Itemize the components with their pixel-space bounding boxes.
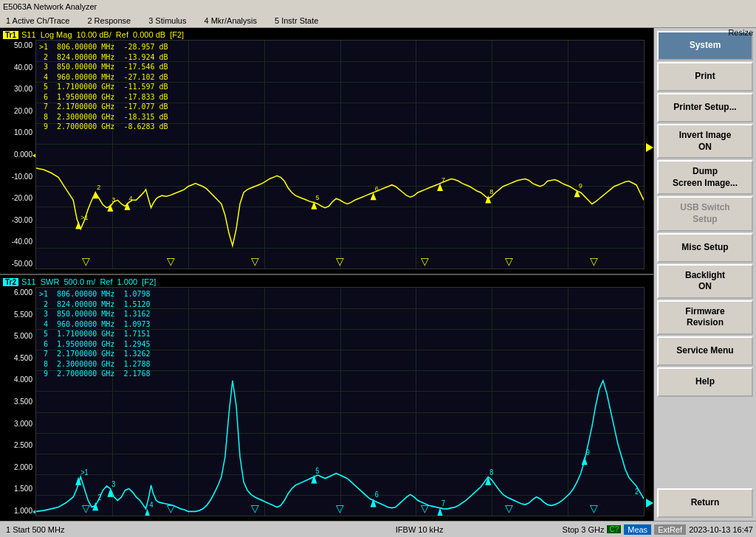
print-button[interactable]: Print — [657, 62, 753, 91]
top-y-axis: 50.00 40.00 30.00 20.00 10.00 0.000 -10.… — [0, 40, 35, 269]
extref-badge: ExtRef — [654, 524, 686, 535]
bottom-y-axis: 6.000 5.500 5.000 4.500 4.000 3.500 3.00… — [0, 287, 35, 516]
invert-image-button[interactable]: Invert ImageON — [657, 124, 753, 159]
svg-text:2: 2 — [635, 488, 639, 496]
svg-text:>1: >1 — [80, 468, 88, 477]
title-bar: E5063A Network Analyzer — [0, 0, 756, 13]
top-ref-arrow — [646, 143, 653, 152]
dump-screen-button[interactable]: DumpScreen Image... — [657, 160, 753, 195]
usb-switch-button[interactable]: USB SwitchSetup — [657, 196, 753, 231]
top-marker-info: >1 806.00000 MHz -28.957 dB 2 824.00000 … — [39, 42, 168, 132]
service-menu-button[interactable]: Service Menu — [657, 336, 753, 366]
bottom-bottom-markers: ▽ ▽ ▽ ▽ ▽ ▽ ▽ — [36, 502, 644, 514]
firmware-revision-button[interactable]: FirmwareRevision — [657, 300, 753, 335]
svg-text:8: 8 — [489, 468, 493, 477]
status-mid: IFBW 10 kHz — [280, 525, 560, 534]
svg-text:2: 2 — [97, 184, 100, 191]
tr1-label: Tr1 — [3, 31, 18, 39]
printer-setup-button[interactable]: Printer Setup... — [657, 93, 753, 122]
svg-text:9: 9 — [579, 182, 583, 190]
svg-text:3: 3 — [111, 196, 115, 204]
top-chart-header: S11 Log Mag 10.00 dB/ Ref 0.000 dB [F2] — [21, 30, 184, 39]
svg-text:5: 5 — [315, 194, 319, 201]
svg-text:6: 6 — [375, 185, 379, 193]
status-right: Stop 3 GHz C? Meas ExtRef 2023-10-13 16:… — [560, 524, 756, 535]
svg-text:5: 5 — [315, 466, 319, 475]
svg-text:4: 4 — [128, 195, 132, 202]
svg-marker-0 — [92, 191, 98, 198]
top-bottom-markers: ▽ ▽ ▽ ▽ ▽ ▽ ▽ — [36, 255, 644, 267]
top-y-right — [645, 40, 653, 269]
chart-area: Tr1 S11 Log Mag 10.00 dB/ Ref 0.000 dB [… — [0, 28, 654, 521]
datetime-display: 2023-10-13 16:47 — [689, 525, 753, 534]
mk1-label-top: >1 — [80, 214, 88, 221]
top-chart-header-row: Tr1 S11 Log Mag 10.00 dB/ Ref 0.000 dB [… — [0, 30, 653, 40]
status-bar: 1 Start 500 MHz IFBW 10 kHz Stop 3 GHz C… — [0, 521, 756, 537]
meas-badge: Meas — [624, 524, 651, 535]
svg-text:6: 6 — [375, 490, 379, 499]
bottom-ref-arrow — [646, 499, 653, 507]
menu-active-ch[interactable]: 1 Active Ch/Trace — [3, 15, 72, 27]
bottom-chart-header: S11 SWR 500.0 m/ Ref 1.000 [F2] — [21, 277, 156, 286]
menu-bar: 1 Active Ch/Trace 2 Response 3 Stimulus … — [0, 13, 756, 28]
resize-button[interactable]: Resize — [728, 28, 753, 37]
top-chart: Tr1 S11 Log Mag 10.00 dB/ Ref 0.000 dB [… — [0, 28, 653, 275]
right-panel: System Print Printer Setup... Invert Ima… — [654, 28, 756, 521]
svg-text:2: 2 — [97, 493, 101, 502]
bottom-chart-body: 6.000 5.500 5.000 4.500 4.000 3.500 3.00… — [0, 287, 653, 516]
menu-response[interactable]: 2 Response — [84, 15, 134, 27]
menu-instr-state[interactable]: 5 Instr State — [272, 15, 321, 27]
menu-mkr[interactable]: 4 Mkr/Analysis — [201, 15, 260, 27]
bottom-marker-info: >1 806.00000 MHz 1.0798 2 824.00000 MHz … — [39, 289, 151, 379]
svg-text:7: 7 — [441, 176, 445, 183]
svg-marker-32 — [582, 457, 588, 465]
bottom-chart-plot: >1 2 3 4 5 6 7 8 — [35, 287, 645, 516]
menu-stimulus[interactable]: 3 Stimulus — [145, 15, 189, 27]
return-button[interactable]: Return — [657, 488, 753, 518]
svg-text:9: 9 — [586, 448, 590, 457]
main-layout: Tr1 S11 Log Mag 10.00 dB/ Ref 0.000 dB [… — [0, 28, 756, 521]
status-left: 1 Start 500 MHz — [0, 525, 280, 534]
bottom-chart-header-row: Tr2 S11 SWR 500.0 m/ Ref 1.000 [F2] — [0, 277, 653, 287]
status-stop: Stop 3 GHz — [563, 525, 605, 534]
backlight-button[interactable]: BacklightON — [657, 264, 753, 299]
mk1-top — [75, 221, 81, 229]
bottom-y-right — [645, 287, 653, 516]
svg-text:8: 8 — [489, 188, 493, 195]
svg-text:3: 3 — [111, 480, 115, 489]
svg-marker-14 — [574, 190, 580, 197]
bottom-chart: Tr2 S11 SWR 500.0 m/ Ref 1.000 [F2] 6.00… — [0, 275, 653, 521]
top-chart-body: 50.00 40.00 30.00 20.00 10.00 0.000 -10.… — [0, 40, 653, 269]
top-chart-plot: >1 2 3 4 5 — [35, 40, 645, 269]
misc-setup-button[interactable]: Misc Setup — [657, 233, 753, 263]
status-flag: C? — [607, 525, 621, 533]
help-button[interactable]: Help — [657, 367, 753, 397]
svg-marker-2 — [107, 204, 113, 211]
window-title: E5063A Network Analyzer — [3, 2, 97, 11]
tr2-label: Tr2 — [3, 278, 18, 286]
